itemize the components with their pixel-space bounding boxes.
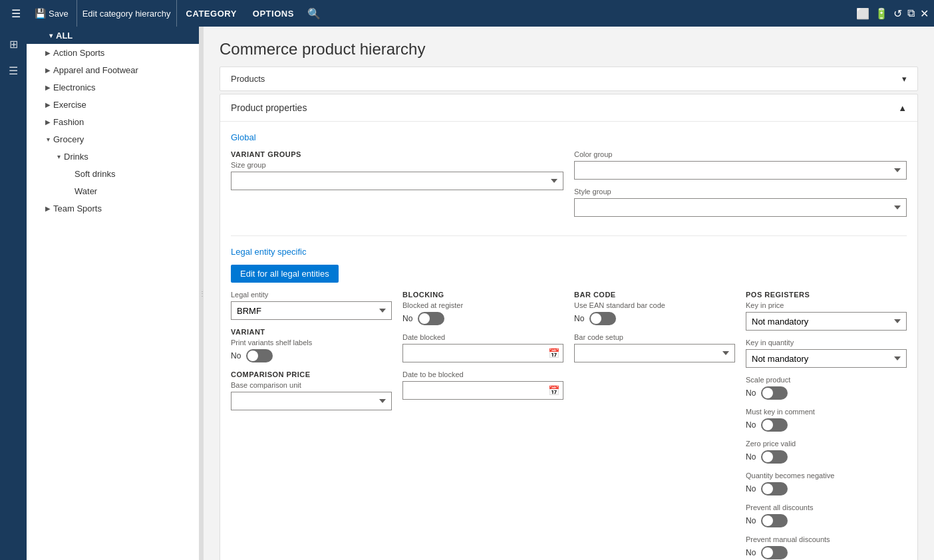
prevent-manual-discounts-label: Prevent manual discounts: [746, 535, 907, 543]
tree-item-apparel[interactable]: ▶ Apparel and Footwear: [27, 61, 199, 78]
must-key-in-comment-toggle[interactable]: [761, 418, 788, 432]
products-label: Products: [231, 74, 265, 84]
quantity-becomes-negative-toggle-row: No: [746, 482, 907, 495]
topbar-menu-options[interactable]: OPTIONS: [246, 0, 301, 27]
list-icon-btn[interactable]: ☰: [1, 59, 25, 82]
topbar-menu-category[interactable]: CATEGORY: [180, 0, 243, 27]
size-group-select[interactable]: [231, 172, 563, 190]
quantity-becomes-negative-toggle[interactable]: [761, 482, 788, 495]
apparel-chevron-icon: ▶: [43, 65, 53, 75]
date-to-be-blocked-input[interactable]: [402, 381, 563, 400]
blocked-at-register-label: Blocked at register: [402, 301, 563, 309]
prevent-all-discounts-no-text: No: [746, 516, 756, 525]
close-icon[interactable]: ✕: [920, 7, 929, 20]
key-in-quantity-label: Key in quantity: [746, 339, 907, 347]
products-section-header[interactable]: Products ▾: [220, 67, 918, 91]
scale-product-no-text: No: [746, 388, 756, 398]
tree-item-grocery[interactable]: ▾ Grocery: [27, 130, 199, 148]
topbar-search-button[interactable]: 🔍: [306, 5, 322, 21]
tree-item-team-sports[interactable]: ▶ Team Sports: [27, 200, 199, 217]
date-to-be-blocked-input-wrapper: 📅: [402, 381, 563, 400]
filter-icon-btn[interactable]: ⊞: [1, 32, 25, 56]
color-style-section: Color group Style group: [574, 150, 907, 225]
style-group-select[interactable]: [574, 198, 907, 217]
product-properties-panel: Product properties ▲ Global VARIANT GROU…: [220, 94, 918, 560]
tree-item-team-sports-label: Team Sports: [53, 204, 102, 213]
zero-price-valid-toggle[interactable]: [761, 450, 788, 464]
prevent-manual-discounts-toggle[interactable]: [761, 546, 788, 559]
legal-entity-specific-label: Legal entity specific: [231, 247, 907, 257]
edit-legal-entities-button[interactable]: Edit for all legal entities: [231, 265, 339, 283]
base-comparison-unit-select[interactable]: [231, 392, 392, 410]
prevent-manual-discounts-slider: [761, 546, 788, 559]
color-group-select[interactable]: [574, 161, 907, 180]
all-chevron-icon: ▾: [45, 30, 56, 41]
tree-item-drinks-label: Drinks: [64, 152, 88, 162]
date-blocked-input[interactable]: [402, 344, 563, 362]
variant-section-label: VARIANT: [231, 328, 392, 336]
quantity-becomes-negative-label: Quantity becomes negative: [746, 472, 907, 480]
date-blocked-input-wrapper: 📅: [402, 344, 563, 362]
blocked-at-register-toggle[interactable]: [418, 312, 444, 325]
tree-item-action-sports[interactable]: ▶ Action Sports: [27, 44, 199, 61]
main-content: Commerce product hierarchy Products ▾ Pr…: [204, 27, 934, 560]
page-title: Commerce product hierarchy: [220, 40, 918, 59]
prevent-all-discounts-toggle[interactable]: [761, 514, 788, 527]
expand-icon[interactable]: ⧉: [907, 7, 915, 19]
key-in-quantity-select[interactable]: Not mandatory Mandatory Not allowed: [746, 349, 907, 368]
must-key-in-comment-slider: [761, 418, 788, 432]
legal-entity-select[interactable]: BRMF: [231, 301, 392, 320]
use-ean-field: Use EAN standard bar code No: [574, 301, 735, 325]
legal-entity-form-grid: Legal entity BRMF VARIANT Print variants…: [231, 291, 907, 560]
tree-item-fashion[interactable]: ▶ Fashion: [27, 113, 199, 130]
save-button[interactable]: 💾 Save: [29, 5, 74, 21]
refresh-icon[interactable]: ↺: [893, 7, 902, 20]
hamburger-menu[interactable]: ☰: [5, 3, 27, 24]
use-ean-toggle[interactable]: [589, 312, 616, 325]
tree-item-action-sports-label: Action Sports: [53, 48, 104, 58]
tree-item-exercise[interactable]: ▶ Exercise: [27, 96, 199, 113]
tree-item-all[interactable]: ▾ ALL: [27, 27, 199, 44]
tree-item-apparel-label: Apparel and Footwear: [53, 65, 138, 75]
tree-item-electronics[interactable]: ▶ Electronics: [27, 78, 199, 96]
products-chevron-icon: ▾: [902, 74, 907, 84]
legal-entity-label: Legal entity: [231, 291, 392, 299]
sidebar-icon-panel: ⊞ ☰: [0, 27, 27, 560]
water-chevron-icon: [64, 186, 75, 196]
scale-product-field: Scale product No: [746, 376, 907, 400]
variant-groups-label: VARIANT GROUPS: [231, 150, 563, 158]
action-sports-chevron-icon: ▶: [43, 47, 53, 58]
topbar: ☰ 💾 Save Edit category hierarchy CATEGOR…: [0, 0, 934, 27]
product-properties-header[interactable]: Product properties ▲: [220, 94, 917, 122]
windows-icon[interactable]: ⬜: [856, 7, 869, 20]
grocery-chevron-icon: ▾: [43, 134, 53, 144]
zero-price-valid-no-text: No: [746, 452, 756, 462]
key-in-price-select[interactable]: Not mandatory Mandatory Not allowed: [746, 312, 907, 331]
quantity-becomes-negative-no-text: No: [746, 484, 756, 493]
pos-registers-label: POS REGISTERS: [746, 291, 907, 299]
tree-item-drinks[interactable]: ▾ Drinks: [27, 148, 199, 165]
col4-pos: POS REGISTERS Key in price Not mandatory…: [746, 291, 907, 560]
prevent-manual-discounts-field: Prevent manual discounts No: [746, 535, 907, 559]
tree-item-water[interactable]: Water: [27, 182, 199, 200]
size-group-label: Size group: [231, 161, 563, 169]
tree-item-soft-drinks[interactable]: Soft drinks: [27, 165, 199, 182]
hamburger-icon: ☰: [11, 7, 21, 20]
variant-groups-section: VARIANT GROUPS Size group: [231, 150, 563, 225]
tree-item-water-label: Water: [75, 186, 97, 196]
product-properties-title: Product properties: [231, 102, 307, 113]
print-variants-toggle[interactable]: [246, 349, 273, 362]
must-key-in-comment-field: Must key in comment No: [746, 408, 907, 432]
scale-product-toggle[interactable]: [761, 386, 788, 400]
bar-code-setup-select[interactable]: [574, 344, 735, 362]
print-variants-field: Print variants shelf labels No: [231, 339, 392, 362]
category-tree-panel: ▾ ALL ▶ Action Sports ▶ Apparel and Foot…: [27, 27, 200, 560]
scale-product-label: Scale product: [746, 376, 907, 384]
must-key-in-comment-no-text: No: [746, 420, 756, 430]
variant-section: VARIANT Print variants shelf labels No: [231, 328, 392, 362]
variant-groups-grid: VARIANT GROUPS Size group Color group: [231, 150, 907, 225]
key-in-price-label: Key in price: [746, 301, 907, 309]
scale-product-slider: [761, 386, 788, 400]
topbar-right-icons: ⬜ 🔋 ↺ ⧉ ✕: [856, 7, 929, 20]
print-variants-no-text: No: [231, 351, 241, 360]
